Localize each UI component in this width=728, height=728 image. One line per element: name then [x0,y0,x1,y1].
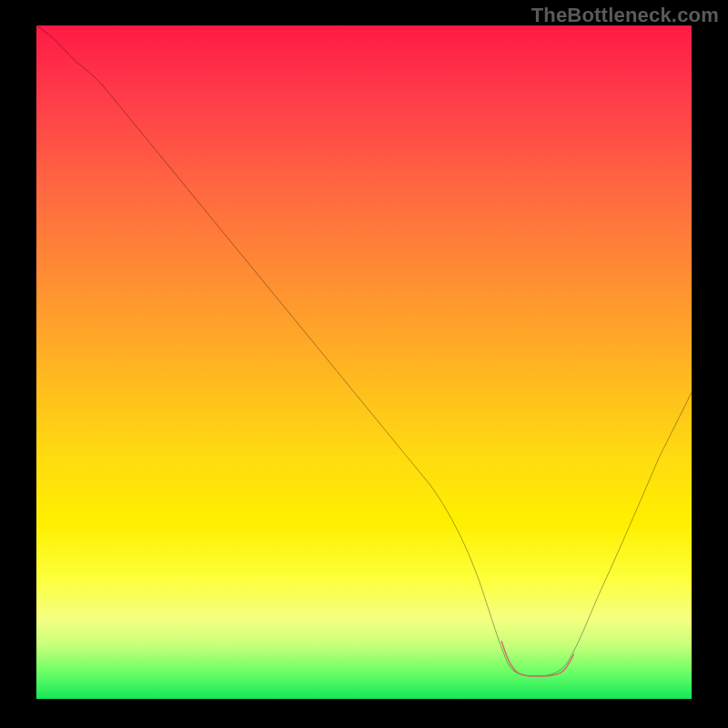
optimal-range-highlight [501,642,573,676]
chart-svg [36,25,692,681]
chart-frame: TheBottleneck.com [0,0,728,728]
plot-area [36,25,692,699]
watermark-text: TheBottleneck.com [531,4,719,27]
bottleneck-curve [36,25,692,676]
